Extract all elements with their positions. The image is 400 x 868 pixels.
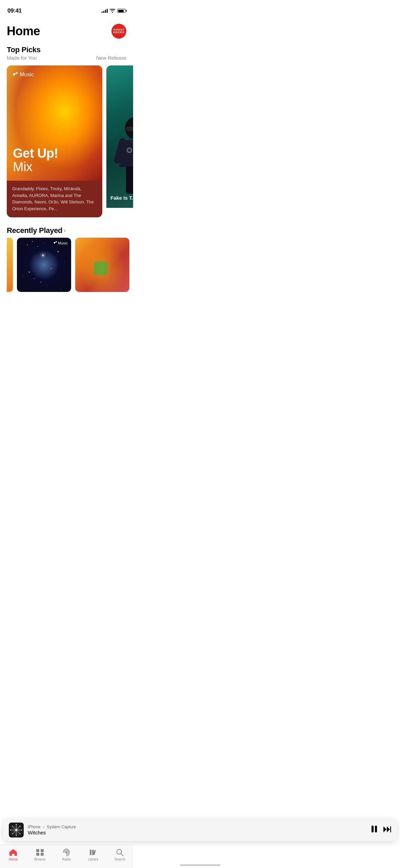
recently-played-chevron[interactable]: › [64, 228, 65, 234]
page-title: Home [7, 24, 40, 38]
status-icons [102, 9, 126, 13]
svg-rect-1 [127, 127, 133, 131]
recent-card-partial[interactable] [7, 238, 13, 292]
svg-rect-6 [126, 166, 133, 194]
recent-apple-music-badge: Music [54, 241, 68, 245]
apple-music-text: Music [20, 72, 34, 78]
wifi-icon [110, 9, 115, 13]
top-picks-cards: Music Get Up! Mix Grandaddy, Pixies, Tri… [0, 62, 133, 221]
recently-played-cards: Music [0, 238, 133, 292]
person-silhouette [112, 113, 133, 198]
status-time: 09:41 [7, 7, 22, 14]
avatar-text-bottom: HACKS [113, 31, 125, 34]
signal-icon [102, 9, 108, 13]
battery-icon [117, 9, 126, 13]
avatar[interactable]: GADGET HACKS [111, 24, 126, 39]
top-picks-section: Top Picks Made for You New Release [0, 42, 133, 62]
top-picks-subtitle: Made for You [7, 55, 37, 61]
status-bar: 09:41 [0, 0, 133, 17]
secondary-card[interactable]: Fake Is T... H... [106, 65, 133, 217]
get-up-mix-card[interactable]: Music Get Up! Mix Grandaddy, Pixies, Tri… [7, 65, 102, 217]
top-picks-subtitle-row: Made for You New Release [7, 55, 126, 61]
secondary-card-label: Fake Is T... H... [110, 195, 133, 201]
recent-card-fire[interactable] [75, 238, 129, 292]
main-card-footer: Grandaddy, Pixies, Tricky, Mïrändä, Anne… [7, 181, 102, 217]
apple-music-badge: Music [13, 72, 34, 78]
main-card-title: Get Up! Mix [13, 147, 58, 174]
recent-card-stars[interactable]: Music [17, 238, 71, 292]
stars-visual [17, 238, 71, 292]
secondary-card-image: Fake Is T... H... [106, 65, 133, 208]
get-up-mix-image: Music Get Up! Mix [7, 65, 102, 181]
recent-apple-music-text: Music [58, 241, 68, 245]
main-card-title-line2: Mix [13, 160, 58, 174]
recently-played-header: Recently Played › [0, 221, 133, 238]
recently-played-title: Recently Played [7, 226, 62, 235]
top-picks-title: Top Picks [7, 45, 126, 54]
new-release-link[interactable]: New Release [96, 55, 126, 61]
main-card-artists: Grandaddy, Pixies, Tricky, Mïrändä, Anne… [12, 185, 97, 212]
page-header: Home GADGET HACKS [0, 17, 133, 42]
main-card-title-line1: Get Up! [13, 147, 58, 160]
